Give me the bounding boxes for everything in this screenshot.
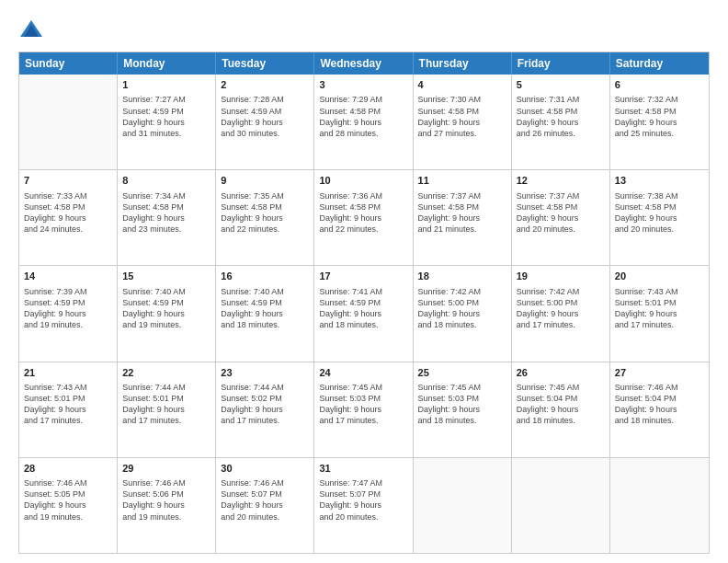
calendar-cell (610, 458, 709, 553)
calendar-cell (414, 458, 512, 553)
cell-info-line: Sunrise: 7:47 AM (319, 477, 407, 488)
cell-info-line: Sunset: 5:03 PM (319, 393, 407, 404)
day-number: 19 (517, 270, 605, 283)
cell-info-line: Sunset: 5:00 PM (418, 297, 506, 308)
cell-info-line: Daylight: 9 hours (418, 117, 506, 128)
cell-info-line: Daylight: 9 hours (122, 117, 210, 128)
cell-info-line: Sunrise: 7:42 AM (418, 286, 506, 297)
cell-info-line: Sunrise: 7:42 AM (517, 286, 605, 297)
cell-info-line: Sunrise: 7:37 AM (517, 190, 605, 201)
cell-info-line: Sunrise: 7:46 AM (122, 477, 210, 488)
cell-info-line: Sunset: 5:00 PM (517, 297, 605, 308)
calendar-cell: 19Sunrise: 7:42 AMSunset: 5:00 PMDayligh… (512, 266, 610, 361)
cell-info-line: Sunrise: 7:43 AM (24, 382, 112, 393)
day-number: 24 (319, 366, 407, 380)
cell-info-line: and 19 minutes. (122, 319, 210, 330)
day-number: 31 (319, 462, 407, 476)
cell-info-line: Sunset: 4:59 PM (122, 297, 210, 308)
day-number: 25 (418, 366, 506, 380)
cell-info-line: and 24 minutes. (24, 224, 112, 235)
cell-info-line: Sunset: 4:58 PM (517, 106, 605, 117)
calendar-cell: 29Sunrise: 7:46 AMSunset: 5:06 PMDayligh… (118, 458, 216, 553)
cell-info-line: Daylight: 9 hours (418, 213, 506, 224)
cell-info-line: Sunset: 4:59 PM (221, 297, 309, 308)
calendar-week-4: 21Sunrise: 7:43 AMSunset: 5:01 PMDayligh… (19, 362, 709, 457)
cell-info-line: Sunrise: 7:45 AM (418, 382, 506, 393)
cell-info-line: Sunrise: 7:41 AM (319, 286, 407, 297)
cell-info-line: Sunrise: 7:36 AM (319, 190, 407, 201)
cell-info-line: Sunrise: 7:33 AM (24, 190, 112, 201)
cell-info-line: and 19 minutes. (24, 319, 112, 330)
cell-info-line: Sunset: 5:02 PM (221, 393, 309, 404)
day-number: 30 (221, 462, 309, 476)
day-number: 29 (122, 462, 210, 476)
cell-info-line: Sunset: 5:06 PM (122, 488, 210, 500)
cell-info-line: Daylight: 9 hours (24, 500, 112, 511)
cell-info-line: Sunset: 5:04 PM (615, 393, 704, 404)
calendar-cell: 6Sunrise: 7:32 AMSunset: 4:58 PMDaylight… (610, 75, 709, 169)
calendar-cell: 11Sunrise: 7:37 AMSunset: 4:58 PMDayligh… (414, 170, 512, 265)
cell-info-line: Sunset: 4:59 PM (122, 106, 210, 117)
calendar-header-thursday: Thursday (414, 52, 512, 75)
day-number: 2 (221, 78, 309, 92)
cell-info-line: Sunrise: 7:44 AM (122, 382, 210, 393)
cell-info-line: Sunrise: 7:30 AM (418, 94, 506, 105)
cell-info-line: Daylight: 9 hours (221, 308, 309, 319)
calendar-header-tuesday: Tuesday (216, 52, 314, 75)
cell-info-line: Sunset: 4:59 PM (319, 297, 407, 308)
day-number: 7 (24, 174, 112, 188)
day-number: 12 (517, 174, 605, 188)
calendar-cell: 1Sunrise: 7:27 AMSunset: 4:59 PMDaylight… (118, 75, 216, 169)
calendar-cell (512, 458, 610, 553)
cell-info-line: Sunrise: 7:45 AM (517, 382, 605, 393)
cell-info-line: Sunrise: 7:35 AM (221, 190, 309, 201)
calendar-cell: 9Sunrise: 7:35 AMSunset: 4:58 PMDaylight… (216, 170, 314, 265)
day-number: 3 (319, 78, 407, 92)
calendar-cell: 23Sunrise: 7:44 AMSunset: 5:02 PMDayligh… (216, 362, 314, 457)
day-number: 17 (319, 270, 407, 283)
calendar-cell: 17Sunrise: 7:41 AMSunset: 4:59 PMDayligh… (314, 266, 413, 361)
cell-info-line: and 23 minutes. (122, 224, 210, 235)
cell-info-line: Sunrise: 7:31 AM (517, 94, 605, 105)
day-number: 13 (615, 174, 704, 188)
calendar-cell: 15Sunrise: 7:40 AMSunset: 4:59 PMDayligh… (118, 266, 216, 361)
cell-info-line: Sunset: 4:58 PM (319, 201, 407, 213)
calendar-cell: 21Sunrise: 7:43 AMSunset: 5:01 PMDayligh… (19, 362, 118, 457)
cell-info-line: Daylight: 9 hours (24, 404, 112, 415)
cell-info-line: and 19 minutes. (122, 511, 210, 523)
cell-info-line: Sunrise: 7:44 AM (221, 382, 309, 393)
calendar-cell: 24Sunrise: 7:45 AMSunset: 5:03 PMDayligh… (314, 362, 413, 457)
calendar-cell (19, 75, 118, 169)
calendar-cell: 2Sunrise: 7:28 AMSunset: 4:59 AMDaylight… (216, 75, 314, 169)
day-number: 10 (319, 174, 407, 188)
day-number: 16 (221, 270, 309, 283)
cell-info-line: Sunrise: 7:46 AM (24, 477, 112, 488)
cell-info-line: Sunrise: 7:28 AM (221, 94, 309, 105)
cell-info-line: Sunset: 5:07 PM (319, 488, 407, 500)
day-number: 28 (24, 462, 112, 476)
cell-info-line: Daylight: 9 hours (319, 500, 407, 511)
cell-info-line: Sunrise: 7:40 AM (122, 286, 210, 297)
cell-info-line: Sunset: 4:58 PM (517, 201, 605, 213)
cell-info-line: Daylight: 9 hours (319, 117, 407, 128)
cell-info-line: and 22 minutes. (221, 224, 309, 235)
day-number: 5 (517, 78, 605, 92)
cell-info-line: Daylight: 9 hours (122, 500, 210, 511)
cell-info-line: Daylight: 9 hours (24, 213, 112, 224)
calendar-cell: 4Sunrise: 7:30 AMSunset: 4:58 PMDaylight… (414, 75, 512, 169)
cell-info-line: and 20 minutes. (319, 511, 407, 523)
cell-info-line: Daylight: 9 hours (517, 308, 605, 319)
calendar-body: 1Sunrise: 7:27 AMSunset: 4:59 PMDaylight… (19, 75, 709, 553)
cell-info-line: Sunrise: 7:38 AM (615, 190, 704, 201)
calendar-header-row: SundayMondayTuesdayWednesdayThursdayFrid… (19, 52, 709, 75)
cell-info-line: and 26 minutes. (517, 128, 605, 139)
cell-info-line: and 20 minutes. (221, 511, 309, 523)
cell-info-line: and 17 minutes. (122, 415, 210, 426)
calendar-week-5: 28Sunrise: 7:46 AMSunset: 5:05 PMDayligh… (19, 457, 709, 553)
calendar-cell: 18Sunrise: 7:42 AMSunset: 5:00 PMDayligh… (414, 266, 512, 361)
calendar-week-1: 1Sunrise: 7:27 AMSunset: 4:59 PMDaylight… (19, 75, 709, 169)
cell-info-line: Sunrise: 7:40 AM (221, 286, 309, 297)
calendar-cell: 26Sunrise: 7:45 AMSunset: 5:04 PMDayligh… (512, 362, 610, 457)
day-number: 8 (122, 174, 210, 188)
calendar-cell: 25Sunrise: 7:45 AMSunset: 5:03 PMDayligh… (414, 362, 512, 457)
